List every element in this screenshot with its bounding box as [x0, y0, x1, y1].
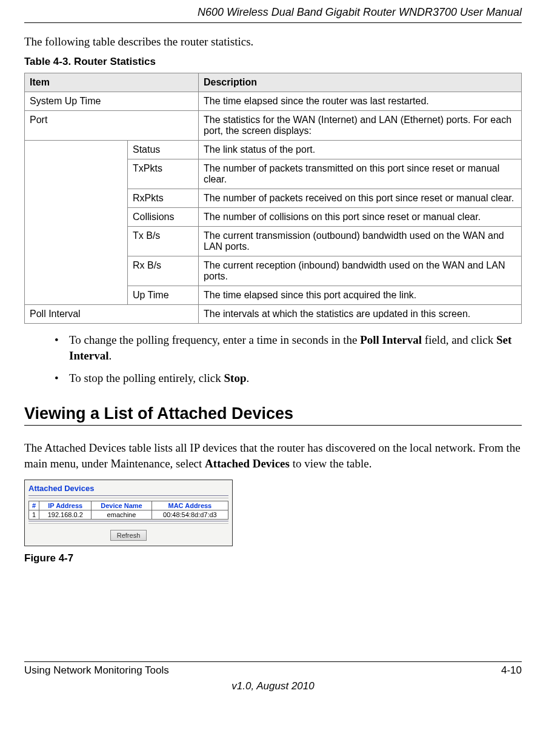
- cell-desc: The current transmission (outbound) band…: [199, 227, 522, 256]
- attached-devices-figure: Attached Devices # IP Address Device Nam…: [24, 480, 233, 546]
- col-device: Device Name: [92, 501, 152, 510]
- bullet-list: To change the polling frequency, enter a…: [30, 332, 522, 386]
- cell-desc: The time elapsed since the router was la…: [199, 92, 522, 111]
- cell-desc: The intervals at which the statistics ar…: [199, 305, 522, 324]
- cell-ip: 192.168.0.2: [39, 510, 92, 520]
- cell-item: System Up Time: [25, 92, 199, 111]
- intro-paragraph: The following table describes the router…: [24, 35, 522, 49]
- table-row: Port The statistics for the WAN (Interne…: [25, 111, 522, 141]
- section-paragraph: The Attached Devices table lists all IP …: [24, 440, 522, 471]
- table-row: 1 192.168.0.2 emachine 00:48:54:8d:d7:d3: [29, 510, 228, 520]
- cell-desc: The number of collisions on this port si…: [199, 208, 522, 227]
- cell-desc: The link status of the port.: [199, 141, 522, 159]
- page-footer: Using Network Monitoring Tools 4-10: [24, 661, 522, 677]
- col-mac: MAC Address: [151, 501, 228, 510]
- list-item: To change the polling frequency, enter a…: [55, 332, 522, 363]
- cell-item: Collisions: [128, 208, 199, 227]
- table-row: Poll Interval The intervals at which the…: [25, 305, 522, 324]
- footer-left: Using Network Monitoring Tools: [24, 664, 169, 677]
- router-statistics-table: Item Description System Up Time The time…: [24, 73, 522, 324]
- cell-desc: The current reception (inbound) bandwidt…: [199, 256, 522, 286]
- cell-item: TxPkts: [128, 159, 199, 189]
- col-ip: IP Address: [39, 501, 92, 510]
- section-heading: Viewing a List of Attached Devices: [24, 404, 522, 426]
- figure-title: Attached Devices: [28, 484, 228, 493]
- cell-desc: The number of packets received on this p…: [199, 189, 522, 208]
- header-description: Description: [199, 73, 522, 92]
- attached-devices-table: # IP Address Device Name MAC Address 1 1…: [28, 501, 228, 520]
- table-caption: Table 4-3. Router Statistics: [24, 56, 522, 68]
- cell-item: Poll Interval: [25, 305, 199, 324]
- manual-title: N600 Wireless Dual Band Gigabit Router W…: [24, 0, 522, 23]
- cell-device: emachine: [92, 510, 152, 520]
- table-header-row: # IP Address Device Name MAC Address: [29, 501, 228, 510]
- cell-desc: The statistics for the WAN (Internet) an…: [199, 111, 522, 141]
- divider: [28, 495, 228, 498]
- cell-item: Status: [128, 141, 199, 159]
- table-row: System Up Time The time elapsed since th…: [25, 92, 522, 111]
- divider: [28, 521, 228, 524]
- col-num: #: [29, 501, 39, 510]
- cell-desc: The number of packets transmitted on thi…: [199, 159, 522, 189]
- footer-version: v1.0, August 2010: [24, 680, 522, 692]
- list-item: To stop the polling entirely, click Stop…: [55, 370, 522, 386]
- cell-num: 1: [29, 510, 39, 520]
- cell-item: Rx B/s: [128, 256, 199, 286]
- cell-item: Tx B/s: [128, 227, 199, 256]
- header-item: Item: [25, 73, 199, 92]
- refresh-button[interactable]: Refresh: [110, 530, 147, 541]
- cell-item: Port: [25, 111, 199, 141]
- cell-mac: 00:48:54:8d:d7:d3: [151, 510, 228, 520]
- cell-item: RxPkts: [128, 189, 199, 208]
- cell-desc: The time elapsed since this port acquire…: [199, 286, 522, 305]
- cell-item: Up Time: [128, 286, 199, 305]
- figure-label: Figure 4-7: [24, 552, 522, 564]
- footer-page-number: 4-10: [501, 664, 522, 677]
- table-row: Status The link status of the port.: [25, 141, 522, 159]
- table-header-row: Item Description: [25, 73, 522, 92]
